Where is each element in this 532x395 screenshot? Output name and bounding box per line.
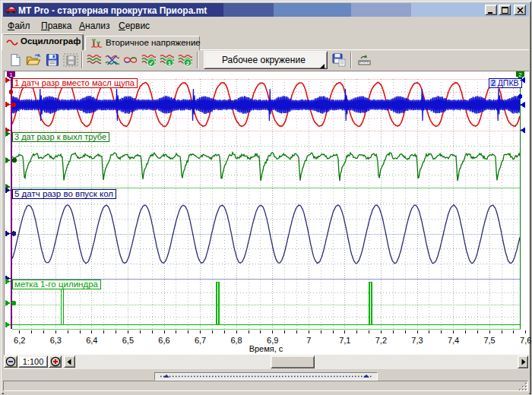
svg-text:6,3: 6,3 bbox=[50, 336, 62, 345]
svg-text:6,8: 6,8 bbox=[230, 336, 242, 345]
svg-text:5 датч разр во впуск кол: 5 датч разр во впуск кол bbox=[14, 189, 113, 198]
svg-text:7,4: 7,4 bbox=[448, 336, 459, 345]
svg-text:6,4: 6,4 bbox=[86, 336, 97, 345]
svg-text:7,1: 7,1 bbox=[339, 336, 350, 345]
svg-text:2: 2 bbox=[518, 71, 522, 78]
svg-text:1: 1 bbox=[168, 60, 172, 67]
svg-text:Время, с: Время, с bbox=[249, 344, 283, 353]
svg-text:3 дат разр к выхл трубе: 3 дат разр к выхл трубе bbox=[14, 132, 106, 141]
svg-text:7,5: 7,5 bbox=[483, 336, 495, 345]
svg-text:6,6: 6,6 bbox=[158, 336, 169, 345]
svg-text:2 ДПКВ: 2 ДПКВ bbox=[491, 78, 519, 87]
svg-text:7,6: 7,6 bbox=[520, 336, 531, 345]
svg-text:6,5: 6,5 bbox=[122, 336, 134, 345]
svg-text:7: 7 bbox=[306, 336, 311, 345]
svg-text:6,9: 6,9 bbox=[267, 336, 278, 345]
svg-text:метка 1-го цилиндра: метка 1-го цилиндра bbox=[14, 280, 98, 289]
svg-text:7,2: 7,2 bbox=[375, 336, 387, 345]
svg-text:1: 1 bbox=[9, 71, 13, 78]
svg-text:7,3: 7,3 bbox=[411, 336, 423, 345]
svg-text:2: 2 bbox=[186, 60, 190, 67]
svg-text:1 датч разр вместо масл щупа: 1 датч разр вместо масл щупа bbox=[14, 78, 135, 87]
svg-text:6,2: 6,2 bbox=[14, 336, 25, 345]
svg-text:✓: ✓ bbox=[149, 60, 154, 67]
svg-text:6,7: 6,7 bbox=[195, 336, 206, 345]
